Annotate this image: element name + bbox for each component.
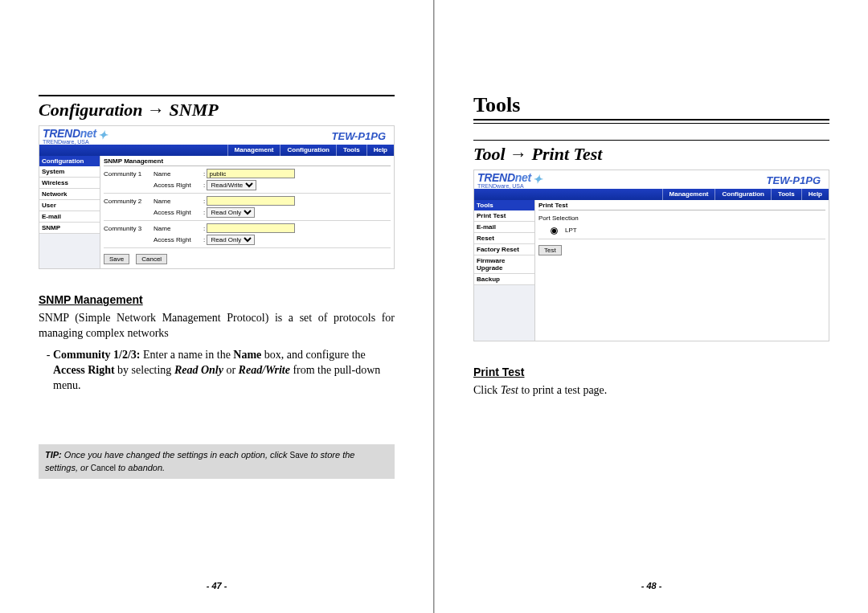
sidebar-item-user[interactable]: User: [39, 200, 100, 211]
breadcrumb-target: SNMP: [170, 100, 219, 120]
community3-label: Community 3: [104, 225, 152, 232]
cancel-button[interactable]: Cancel: [136, 254, 167, 264]
sidebar-item-wireless[interactable]: Wireless: [39, 178, 100, 189]
brand-logo: TRENDnet✦ TRENDware, USA: [477, 172, 542, 189]
sidebar-item-firmware-upgrade[interactable]: Firmware Upgrade: [474, 255, 534, 274]
list-item: Community 1/2/3: Enter a name in the Nam…: [53, 348, 395, 394]
section-body: Click Test to print a test page.: [473, 383, 829, 398]
chapter-rule: [473, 123, 829, 124]
sidebar-item-snmp[interactable]: SNMP: [39, 223, 100, 234]
sidebar-item-email[interactable]: E-mail: [474, 222, 534, 233]
config-sidebar: Configuration System Wireless Network Us…: [39, 156, 100, 268]
snmp-panel: SNMP Management Community 1 Name : Acces…: [100, 156, 394, 268]
access-right-label: Access Right: [154, 182, 202, 189]
community2-name-input[interactable]: [207, 196, 295, 206]
community2-label: Community 2: [104, 198, 152, 205]
panel-title: SNMP Management: [104, 157, 391, 166]
name-label: Name: [154, 225, 202, 232]
nav-help[interactable]: Help: [801, 189, 829, 200]
page-title: Configuration → SNMP: [39, 95, 395, 121]
page-number: - 48 -: [435, 581, 868, 591]
access-right-label: Access Right: [154, 209, 202, 216]
sidebar-header: Configuration: [39, 156, 100, 166]
print-test-screenshot: TRENDnet✦ TRENDware, USA TEW-P1PG Manage…: [473, 170, 829, 341]
print-test-panel: Print Test Port Selection LPT Test: [535, 200, 829, 341]
section-heading: Print Test: [473, 366, 829, 378]
nav-configuration[interactable]: Configuration: [714, 189, 770, 200]
device-model: TEW-P1PG: [332, 130, 386, 142]
sidebar-item-factory-reset[interactable]: Factory Reset: [474, 244, 534, 255]
sidebar-filler: [39, 234, 100, 268]
arrow-icon: →: [506, 144, 532, 164]
nav-management[interactable]: Management: [227, 145, 280, 156]
page-number: - 47 -: [0, 581, 433, 591]
port-selection-label: Port Selection: [538, 215, 579, 222]
panel-title: Print Test: [538, 202, 825, 210]
tip-callout: TIP: Once you have changed the settings …: [39, 444, 395, 479]
brand-main: TREND: [477, 171, 515, 184]
manual-page-left: Configuration → SNMP TRENDnet✦ TRENDware…: [0, 0, 434, 613]
sidebar-item-system[interactable]: System: [39, 166, 100, 178]
test-button[interactable]: Test: [538, 245, 562, 255]
community1-name-input[interactable]: [207, 169, 295, 178]
snmp-config-screenshot: TRENDnet✦ TRENDware, USA TEW-P1PG Manage…: [39, 125, 395, 269]
top-navbar: Management Configuration Tools Help: [39, 145, 394, 156]
sidebar-filler: [474, 285, 534, 341]
breadcrumb-target: Print Test: [532, 144, 603, 164]
nav-tools[interactable]: Tools: [771, 189, 801, 200]
save-button[interactable]: Save: [104, 254, 129, 264]
name-label: Name: [154, 198, 202, 205]
sidebar-header: Tools: [474, 200, 534, 210]
arrow-icon: →: [143, 100, 170, 120]
community1-label: Community 1: [104, 170, 152, 178]
brand-suffix: net: [515, 171, 531, 184]
top-navbar: Management Configuration Tools Help: [474, 189, 829, 200]
manual-page-right: Tools Tool → Print Test TRENDnet✦ TRENDw…: [434, 0, 868, 613]
port-lpt-radio[interactable]: [551, 227, 558, 235]
breadcrumb-prefix: Configuration: [39, 100, 143, 120]
port-lpt-label: LPT: [565, 227, 577, 234]
brand-main: TREND: [43, 127, 80, 140]
section-body: SNMP (Simple Network Management Protocol…: [39, 311, 395, 341]
community1-access-select[interactable]: Read/Write: [207, 180, 256, 190]
brand-suffix: net: [80, 127, 96, 140]
sidebar-item-network[interactable]: Network: [39, 189, 100, 200]
section-heading: SNMP Management: [39, 293, 395, 306]
sidebar-item-email[interactable]: E-mail: [39, 211, 100, 223]
community-bullet-list: Community 1/2/3: Enter a name in the Nam…: [39, 348, 395, 397]
name-label: Name: [154, 170, 202, 178]
community3-name-input[interactable]: [207, 223, 295, 233]
brand-logo: TRENDnet✦ TRENDware, USA: [43, 128, 108, 145]
community3-access-select[interactable]: Read Only: [207, 235, 255, 245]
nav-configuration[interactable]: Configuration: [280, 145, 335, 156]
nav-management[interactable]: Management: [662, 189, 715, 200]
tip-label: TIP:: [45, 450, 64, 460]
nav-help[interactable]: Help: [366, 145, 394, 156]
nav-tools[interactable]: Tools: [336, 145, 366, 156]
tools-sidebar: Tools Print Test E-mail Reset Factory Re…: [474, 200, 535, 341]
breadcrumb-prefix: Tool: [473, 144, 506, 164]
page-title: Tool → Print Test: [473, 140, 829, 165]
bullet-lead: Community 1/2/3:: [53, 349, 143, 361]
sidebar-item-backup[interactable]: Backup: [474, 274, 534, 285]
access-right-label: Access Right: [154, 236, 202, 243]
chapter-title: Tools: [473, 93, 829, 121]
community2-access-select[interactable]: Read Only: [207, 207, 255, 218]
sidebar-item-print-test[interactable]: Print Test: [474, 210, 534, 222]
sidebar-item-reset[interactable]: Reset: [474, 233, 534, 244]
star-icon: ✦: [98, 129, 108, 141]
device-model: TEW-P1PG: [767, 174, 821, 186]
star-icon: ✦: [533, 174, 542, 185]
